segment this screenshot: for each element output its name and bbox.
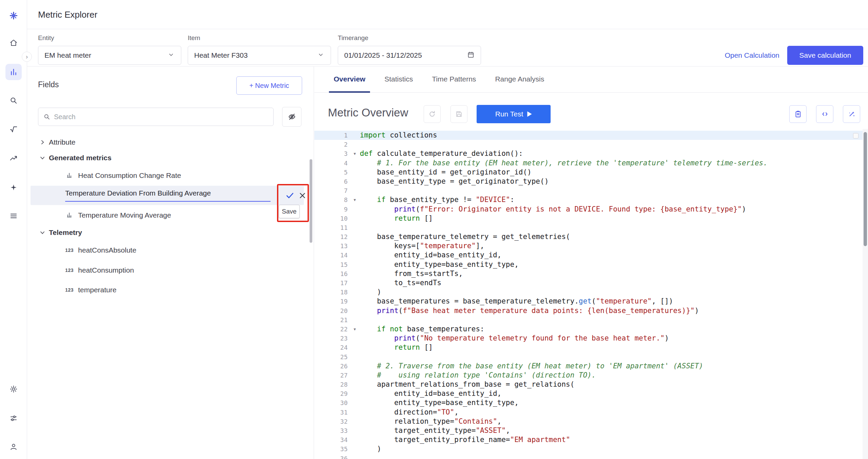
- hide-fields-button[interactable]: [282, 107, 301, 127]
- line-number: 12: [314, 232, 350, 241]
- code-line-34[interactable]: 34 target_entity_profile_name="EM apartm…: [314, 435, 863, 444]
- list-icon[interactable]: [5, 208, 22, 224]
- home-icon[interactable]: [5, 35, 22, 51]
- tab-overview[interactable]: Overview: [329, 67, 370, 93]
- open-calculation-link[interactable]: Open Calculation: [725, 46, 779, 65]
- code-line-14[interactable]: 14 entity_id=base_entity_id,: [314, 251, 863, 260]
- code-line-12[interactable]: 12 base_temperature_telemetry = get_tele…: [314, 232, 863, 241]
- code-line-15[interactable]: 15 entity_type=base_entity_type,: [314, 260, 863, 269]
- code-line-4[interactable]: 4 # 1. For the base entity (EM heat mete…: [314, 159, 863, 168]
- code-line-8[interactable]: 8▾ if base_entity_type != "DEVICE":: [314, 195, 863, 204]
- tree-item-telemetry[interactable]: 123 heatConsAbsolute: [27, 242, 314, 258]
- tab-range-analysis[interactable]: Range Analysis: [490, 67, 549, 93]
- code-line-1[interactable]: 1import collections: [314, 131, 863, 140]
- save-metric-button[interactable]: Save: [279, 205, 300, 218]
- bar-chart-icon[interactable]: [5, 64, 22, 80]
- code-line-21[interactable]: 21: [314, 315, 863, 325]
- code-line-27[interactable]: 27 # using relation type 'Contains' (dir…: [314, 371, 863, 380]
- code-line-36[interactable]: 36: [314, 454, 863, 459]
- code-line-25[interactable]: 25: [314, 352, 863, 362]
- fold-marker-icon[interactable]: ▾: [350, 149, 360, 158]
- fold-gutter: [350, 389, 360, 398]
- fold-gutter: [350, 297, 360, 306]
- tree-group-attribute[interactable]: Attribute: [27, 134, 314, 150]
- gear-icon[interactable]: [5, 381, 22, 397]
- refresh-button[interactable]: [424, 105, 441, 123]
- code-line-23[interactable]: 23 print("No temperature telemetry found…: [314, 334, 863, 343]
- fields-panel-scrollbar[interactable]: [310, 159, 312, 243]
- user-icon[interactable]: [5, 439, 22, 455]
- tab-statistics[interactable]: Statistics: [380, 67, 418, 93]
- fold-gutter: [350, 223, 360, 232]
- search-input[interactable]: [54, 113, 269, 121]
- search-icon[interactable]: [5, 92, 22, 109]
- save-calculation-button[interactable]: Save calculation: [787, 46, 863, 65]
- code-line-5[interactable]: 5 base_entity_id = get_originator_id(): [314, 168, 863, 177]
- code-line-11[interactable]: 11: [314, 223, 863, 232]
- item-select[interactable]: Heat Meter F303: [188, 46, 331, 65]
- code-line-16[interactable]: 16 from_ts=startTs,: [314, 269, 863, 278]
- code-text: if base_entity_type != "DEVICE":: [360, 195, 514, 204]
- code-line-2[interactable]: 2: [314, 140, 863, 149]
- fold-gutter: [350, 278, 360, 288]
- code-line-26[interactable]: 26 # 2. Traverse from the base entity (E…: [314, 362, 863, 371]
- code-line-19[interactable]: 19 base_temperatures = base_temperature_…: [314, 297, 863, 306]
- code-line-13[interactable]: 13 keys=["temperature"],: [314, 241, 863, 251]
- code-line-17[interactable]: 17 to_ts=endTs: [314, 278, 863, 288]
- sliders-icon[interactable]: [5, 410, 22, 426]
- editor-scrollbar-thumb[interactable]: [864, 132, 867, 246]
- save-draft-button[interactable]: [450, 105, 467, 123]
- tree-item-metric[interactable]: Heat Consumption Change Rate: [27, 167, 314, 184]
- tab-time-patterns[interactable]: Time Patterns: [427, 67, 481, 93]
- fold-gutter: [350, 343, 360, 352]
- tree-item-telemetry[interactable]: 123 temperature: [27, 282, 314, 298]
- code-line-29[interactable]: 29 entity_id=base_entity_id,: [314, 389, 863, 398]
- code-line-9[interactable]: 9 print(f"Error: Originator entity is no…: [314, 205, 863, 214]
- tree-item-metric[interactable]: Temperature Moving Average: [27, 207, 314, 223]
- app-logo[interactable]: [5, 7, 22, 24]
- chevron-right-icon: [39, 139, 46, 146]
- tree-group-generated-metrics[interactable]: Generated metrics: [27, 150, 314, 166]
- code-line-18[interactable]: 18 ): [314, 288, 863, 297]
- line-number: 8: [314, 195, 350, 204]
- fold-gutter: [350, 186, 360, 195]
- code-line-6[interactable]: 6 base_entity_type = get_originator_type…: [314, 177, 863, 186]
- line-number: 1: [314, 131, 350, 140]
- expand-sidebar-button[interactable]: ›: [22, 52, 32, 62]
- run-test-button[interactable]: Run Test: [477, 105, 551, 123]
- trend-icon[interactable]: [5, 150, 22, 166]
- formula-icon[interactable]: [5, 121, 22, 137]
- new-metric-button[interactable]: + New Metric: [236, 76, 302, 95]
- sparkle-icon[interactable]: [5, 179, 22, 196]
- code-line-32[interactable]: 32 relation_type="Contains",: [314, 417, 863, 426]
- tree-item-metric-editing[interactable]: Temperature Deviation From Building Aver…: [31, 186, 304, 205]
- code-line-3[interactable]: 3▾def calculate_temperature_deviation():: [314, 149, 863, 158]
- code-line-33[interactable]: 33 target_entity_type="ASSET",: [314, 426, 863, 435]
- line-number: 11: [314, 223, 350, 232]
- fold-marker-icon[interactable]: ▾: [350, 325, 360, 334]
- code-editor[interactable]: 1import collections23▾def calculate_temp…: [314, 131, 863, 459]
- tree-item-telemetry[interactable]: 123 heatConsumption: [27, 262, 314, 278]
- code-line-22[interactable]: 22▾ if not base_temperatures:: [314, 325, 863, 334]
- entity-label: Entity: [38, 34, 54, 42]
- code-line-31[interactable]: 31 direction="TO",: [314, 408, 863, 417]
- code-line-20[interactable]: 20 print(f"Base heat meter temperature d…: [314, 306, 863, 315]
- entity-select[interactable]: EM heat meter: [38, 46, 181, 65]
- code-line-7[interactable]: 7: [314, 186, 863, 195]
- code-line-35[interactable]: 35 ): [314, 444, 863, 454]
- line-number: 29: [314, 389, 350, 398]
- code-line-30[interactable]: 30 entity_type=base_entity_type,: [314, 398, 863, 407]
- timerange-input[interactable]: 01/01/2025 - 31/12/2025: [338, 46, 481, 65]
- code-view-button[interactable]: [816, 105, 833, 123]
- code-line-28[interactable]: 28 apartment_relations_from_base = get_r…: [314, 380, 863, 389]
- cancel-rename-icon[interactable]: [298, 191, 307, 200]
- metric-name-input[interactable]: Temperature Deviation From Building Aver…: [65, 189, 271, 202]
- tree-group-telemetry[interactable]: Telemetry: [27, 224, 314, 241]
- clipboard-button[interactable]: [789, 105, 807, 123]
- code-line-10[interactable]: 10 return []: [314, 214, 863, 223]
- refresh-icon: [428, 110, 436, 118]
- confirm-rename-icon[interactable]: [285, 191, 295, 200]
- ai-assist-button[interactable]: [843, 105, 860, 123]
- code-line-24[interactable]: 24 return []: [314, 343, 863, 352]
- fold-marker-icon[interactable]: ▾: [350, 195, 360, 204]
